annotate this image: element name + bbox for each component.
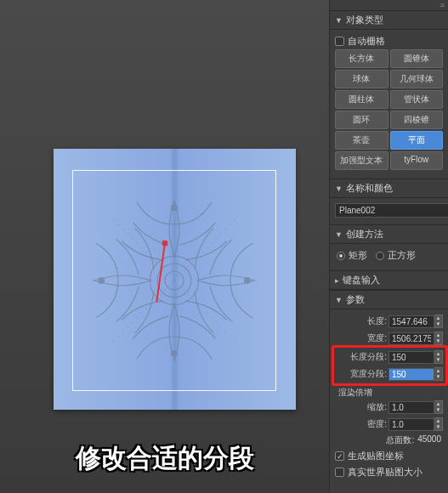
annotation-caption: 修改合适的分段	[0, 441, 329, 476]
primitive-button[interactable]: 四棱锥	[390, 110, 444, 129]
rollout-header-creation-method[interactable]: ▼ 创建方法	[330, 224, 448, 244]
density-spinner[interactable]: ▲▼	[388, 417, 443, 431]
primitive-button[interactable]: 长方体	[335, 49, 388, 68]
rollout-title: 对象类型	[346, 14, 383, 26]
primitive-button[interactable]: 平面	[390, 131, 444, 150]
width-spinner[interactable]: ▲▼	[388, 332, 443, 345]
autogrid-checkbox[interactable]: 自动栅格	[335, 33, 443, 49]
primitive-button[interactable]: 管状体	[390, 90, 444, 109]
chevron-down-icon: ▼	[335, 16, 343, 25]
primitive-button[interactable]: 茶壶	[335, 131, 388, 150]
primitive-button[interactable]: 圆锥体	[390, 49, 444, 68]
selection-bracket	[72, 170, 276, 391]
svg-point-3	[172, 205, 178, 211]
chevron-down-icon: ▼	[335, 230, 343, 239]
rollout-title: 键盘输入	[343, 274, 380, 286]
render-mult-label: 渲染倍增	[335, 384, 443, 399]
radio-square[interactable]: 正方形	[376, 249, 416, 262]
viewport[interactable]: 修改合适的分段	[0, 0, 329, 493]
checkbox-icon	[335, 37, 344, 46]
chevron-down-icon: ▼	[335, 296, 343, 304]
primitive-button[interactable]: tyFlow	[390, 151, 444, 170]
primitive-button[interactable]: 加强型文本	[335, 151, 388, 170]
length-spinner[interactable]: ▲▼	[388, 314, 443, 328]
radio-rectangle[interactable]: 矩形	[337, 249, 367, 262]
scale-spinner[interactable]: ▲▼	[388, 400, 443, 414]
primitive-button[interactable]: 球体	[335, 70, 388, 88]
checkbox-icon	[335, 468, 344, 477]
texture-medallion	[81, 187, 268, 374]
rollout-header-parameters[interactable]: ▼ 参数	[330, 290, 448, 309]
panel-menu-icon[interactable]: ≡	[440, 1, 445, 9]
rollout-header-object-type[interactable]: ▼ 对象类型	[330, 10, 448, 30]
primitive-button[interactable]: 圆环	[335, 110, 388, 129]
length-segs-spinner[interactable]: ▲▼	[388, 350, 443, 364]
checkbox-icon: ✓	[335, 451, 344, 461]
object-name-input[interactable]	[335, 203, 448, 218]
real-world-checkbox[interactable]: 真实世界贴图大小	[335, 464, 443, 480]
gen-mapping-checkbox[interactable]: ✓生成贴图坐标	[335, 448, 443, 464]
chevron-right-icon: ▸	[335, 276, 339, 285]
primitive-button[interactable]: 圆柱体	[335, 90, 388, 109]
rollout-header-name-color[interactable]: ▼ 名称和颜色	[330, 178, 448, 198]
width-segs-spinner[interactable]: ▲▼	[388, 367, 443, 381]
command-panel: ≡ ▼ 对象类型 自动栅格 长方体圆锥体球体几何球体圆柱体管状体圆环四棱锥茶壶平…	[329, 0, 448, 493]
total-faces-value: 45000	[417, 434, 441, 446]
rollout-title: 参数	[346, 293, 365, 306]
rollout-header-keyboard-entry[interactable]: ▸ 键盘输入	[330, 270, 448, 290]
rollout-title: 创建方法	[346, 228, 383, 241]
primitive-button[interactable]: 几何球体	[390, 70, 444, 88]
rollout-title: 名称和颜色	[346, 182, 393, 195]
chevron-down-icon: ▼	[335, 184, 343, 193]
